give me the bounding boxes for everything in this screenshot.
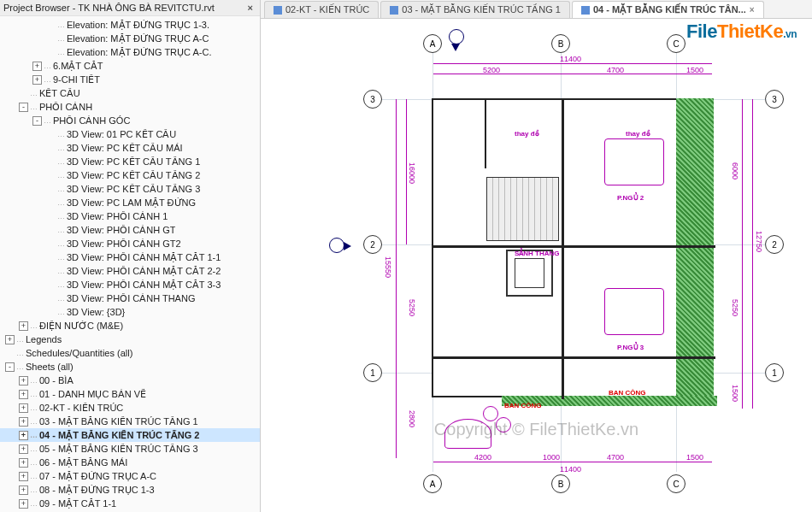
view-tab[interactable]: 03 - MẶT BẰNG KIẾN TRÚC TẦNG 1 <box>380 1 570 18</box>
tree-item[interactable]: +…05 - MẶT BẰNG KIẾN TRÚC TẦNG 3 <box>0 442 260 456</box>
tree-item[interactable]: +…02-KT - KIẾN TRÚC <box>0 401 260 415</box>
tree-item[interactable]: +…00 - BÌA <box>0 374 260 387</box>
expand-icon[interactable]: + <box>19 444 28 454</box>
expand-icon[interactable]: + <box>5 335 15 344</box>
tree-spacer <box>46 226 56 235</box>
tree-item[interactable]: …Schedules/Quantities (all) <box>0 346 260 360</box>
grid-bubble-c: C <box>667 34 685 53</box>
grid-bubble-1: 1 <box>363 363 382 382</box>
project-tree[interactable]: …Elevation: MẶT ĐỨNG TRỤC 1-3.…Elevation… <box>0 16 260 512</box>
view-tabs: 02-KT - KIẾN TRÚC03 - MẶT BẰNG KIẾN TRÚC… <box>261 0 812 19</box>
expand-icon[interactable]: + <box>19 472 28 481</box>
tree-item[interactable]: …3D View: PHỐI CẢNH GT2 <box>0 237 260 250</box>
floor-plan: A B C 3 2 1 3 2 1 A B C <box>363 34 791 496</box>
tree-item[interactable]: +…07 - MẶT ĐỨNG TRỤC A-C <box>0 469 260 483</box>
tree-item-label: 07 - MẶT ĐỨNG TRỤC A-C <box>39 471 156 482</box>
tree-item[interactable]: -…PHỐI CẢNH <box>0 100 260 114</box>
label-thay-do-2: thay đồ <box>626 130 650 138</box>
tree-item[interactable]: -…PHỐI CẢNH GÓC <box>0 114 260 127</box>
tree-spacer <box>46 294 56 303</box>
project-browser-title-bar: Project Browser - TK NHÀ ÔNG BÀ REVITCTU… <box>0 0 260 16</box>
tree-item-label: 04 - MẶT BẰNG KIẾN TRÚC TẦNG 2 <box>39 430 199 441</box>
tree-item[interactable]: …3D View: PHỐI CẢNH MẶT CẮT 3-3 <box>0 278 260 291</box>
elevation-marker-north[interactable] <box>449 29 464 44</box>
dim-bot-4: 1500 <box>686 453 703 462</box>
tree-item-label: 01 - DANH MỤC BẢN VẼ <box>39 389 146 400</box>
tree-spacer <box>46 34 56 44</box>
tree-item-label: 3D View: PC LAM MẶT ĐỨNG <box>67 197 196 209</box>
tree-item[interactable]: …3D View: PHỐI CẢNH GT <box>0 223 260 237</box>
tree-item[interactable]: …3D View: {3D} <box>0 305 260 319</box>
tree-spacer <box>46 253 56 262</box>
expand-icon[interactable]: + <box>19 417 28 427</box>
tree-item[interactable]: -…Sheets (all) <box>0 360 260 374</box>
tree-item[interactable]: +…08 - MẶT ĐỨNG TRỤC 1-3 <box>0 483 260 497</box>
tree-item-label: PHỐI CẢNH GÓC <box>53 115 130 127</box>
grid-bubble-2: 2 <box>363 235 382 254</box>
expand-icon[interactable]: + <box>32 62 42 71</box>
tree-item[interactable]: …3D View: PC LAM MẶT ĐỨNG <box>0 196 260 209</box>
expand-icon[interactable]: + <box>19 499 28 509</box>
expand-icon[interactable]: + <box>19 486 28 495</box>
tree-item[interactable]: …Elevation: MẶT ĐỨNG TRỤC A-C. <box>0 45 260 59</box>
expand-icon[interactable]: + <box>32 75 42 85</box>
bed-1 <box>604 138 664 185</box>
expand-icon[interactable]: + <box>19 390 28 399</box>
tree-spacer <box>46 267 56 276</box>
expand-icon[interactable]: + <box>19 321 28 331</box>
collapse-icon[interactable]: - <box>32 116 42 126</box>
tree-item[interactable]: …Elevation: MẶT ĐỨNG TRỤC A-C <box>0 32 260 45</box>
drawing-canvas[interactable]: FileThietKe.vn A B C 3 2 1 3 2 1 A B C <box>261 19 812 512</box>
tree-item-label: 6.MẶT CẮT <box>53 61 103 72</box>
tree-item[interactable]: …KẾT CẤU <box>0 86 260 100</box>
collapse-icon[interactable]: - <box>19 103 28 112</box>
expand-icon[interactable]: + <box>19 403 28 413</box>
close-icon[interactable]: × <box>244 3 256 13</box>
tree-item-label: 06 - MẶT BẰNG MÁI <box>39 457 127 468</box>
tree-item[interactable]: +…ĐIỆN NƯỚC (M&E) <box>0 319 260 333</box>
label-pngu3: P.NGỦ 3 <box>617 344 644 351</box>
expand-icon[interactable]: + <box>19 376 28 385</box>
tree-item-label: 3D View: PC KẾT CẤU TẦNG 1 <box>67 156 200 168</box>
tree-item[interactable]: +…Legends <box>0 333 260 346</box>
tree-item-label: 3D View: PHỐI CẢNH 1 <box>67 211 168 222</box>
tree-item[interactable]: …Elevation: MẶT ĐỨNG TRỤC 1-3. <box>0 18 260 32</box>
tree-item[interactable]: …3D View: PHỐI CẢNH MẶT CẮT 2-2 <box>0 264 260 278</box>
tree-item[interactable]: +…01 - DANH MỤC BẢN VẼ <box>0 387 260 401</box>
tree-item[interactable]: +…9-CHI TIẾT <box>0 73 260 86</box>
view-tab[interactable]: 04 - MẶT BẰNG KIẾN TRÚC TÂN...× <box>572 1 764 18</box>
close-icon[interactable]: × <box>750 5 755 15</box>
expand-icon[interactable]: + <box>19 431 28 440</box>
tree-item[interactable]: …3D View: PC KẾT CẤU TẦNG 2 <box>0 168 260 182</box>
dim-right-total: 12750 <box>755 231 763 252</box>
tree-spacer <box>19 89 28 98</box>
elevation-marker-west[interactable] <box>329 238 344 253</box>
tree-item[interactable]: …3D View: PHỐI CẢNH 1 <box>0 209 260 223</box>
view-tab[interactable]: 02-KT - KIẾN TRÚC <box>264 1 379 18</box>
grid-bubble-a: A <box>423 34 442 53</box>
tree-spacer <box>46 280 56 290</box>
label-pngu2: P.NGỦ 2 <box>617 194 644 202</box>
dim-top-2: 4700 <box>607 66 624 74</box>
tree-item[interactable]: …3D View: PHỐI CẢNH MẶT CẮT 1-1 <box>0 250 260 264</box>
tree-item[interactable]: +…6.MẶT CẮT <box>0 59 260 73</box>
bed-2 <box>604 288 664 335</box>
project-browser-title: Project Browser - TK NHÀ ÔNG BÀ REVITCTU… <box>3 3 215 13</box>
grid-bubble-3: 3 <box>363 90 382 109</box>
tree-item[interactable]: …3D View: PC KẾT CẤU MÁI <box>0 141 260 155</box>
tree-item-label: KẾT CẤU <box>39 88 80 99</box>
collapse-icon[interactable]: - <box>5 362 15 372</box>
tree-item[interactable]: …3D View: PC KẾT CẤU TẦNG 3 <box>0 182 260 196</box>
tree-item[interactable]: +…03 - MẶT BẰNG KIẾN TRÚC TẦNG 1 <box>0 415 260 428</box>
label-bancong-1: BAN CÔNG <box>609 389 646 397</box>
tree-item[interactable]: +…04 - MẶT BẰNG KIẾN TRÚC TẦNG 2 <box>0 428 260 442</box>
tree-item[interactable]: +…09 - MẶT CẮT 1-1 <box>0 497 260 510</box>
expand-icon[interactable]: + <box>19 458 28 468</box>
tree-spacer <box>46 21 56 30</box>
tree-item[interactable]: …3D View: PC KẾT CẤU TẦNG 1 <box>0 155 260 168</box>
tab-label: 04 - MẶT BẰNG KIẾN TRÚC TÂN... <box>593 4 746 15</box>
tree-item[interactable]: …3D View: PHỐI CẢNH THANG <box>0 291 260 305</box>
grid-bubble-cb: C <box>667 474 685 493</box>
tree-item[interactable]: +…06 - MẶT BẰNG MÁI <box>0 456 260 469</box>
tree-item[interactable]: …3D View: 01 PC KẾT CẤU <box>0 127 260 141</box>
